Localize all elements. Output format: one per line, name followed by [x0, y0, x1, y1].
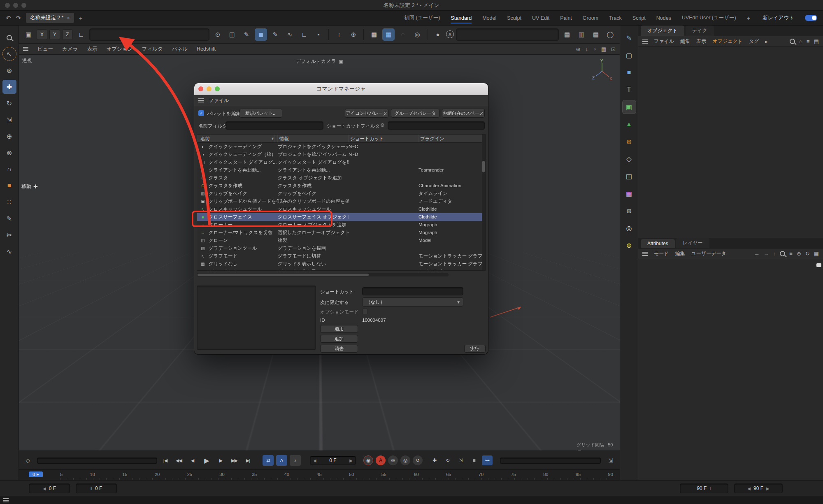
material-ring-icon[interactable]: ◯: [604, 28, 616, 41]
status-menu-icon[interactable]: [3, 500, 9, 501]
viewport-menu-item[interactable]: フィルタ: [142, 46, 163, 53]
spline-arc-icon[interactable]: ∿: [284, 28, 296, 41]
command-row[interactable]: ◫ クローン 複製 Model: [197, 237, 485, 244]
environment-icon[interactable]: ▲: [623, 118, 636, 131]
deformer-icon[interactable]: ▦: [623, 187, 636, 200]
axis-button[interactable]: X: [37, 29, 47, 40]
cube-tool-icon[interactable]: ◼: [255, 28, 267, 41]
attributes-tab[interactable]: レイヤー: [676, 238, 709, 248]
object-manager-tab[interactable]: テイク: [686, 26, 714, 36]
sound-button[interactable]: ♪: [290, 455, 301, 466]
autokey-range-button[interactable]: A: [276, 455, 287, 466]
text-icon[interactable]: T: [623, 83, 636, 96]
layout-tab[interactable]: Sculpt: [507, 13, 521, 23]
command-row[interactable]: ◐ クイックシェーディング プロジェクトをクイックシェーデ N~C: [197, 143, 485, 151]
new-palette-button[interactable]: 新規パレット...: [239, 109, 282, 118]
prev-frame-button[interactable]: ◀: [187, 455, 198, 466]
max-frame-field[interactable]: ◀90 F▶: [734, 483, 783, 493]
spline-icon[interactable]: ∿: [2, 244, 16, 258]
key-scale-button[interactable]: ⇲: [456, 455, 466, 465]
corner-tool-icon[interactable]: ∟: [298, 28, 310, 41]
spline-pen-icon[interactable]: ✎: [269, 28, 281, 41]
back-icon[interactable]: ←: [754, 251, 760, 257]
command-row[interactable]: ▢ クイックスタート ダイアログ... クイックスタート ダイアログを開: [197, 158, 485, 166]
command-row[interactable]: ∷ クローナー/マトリクスを切替 選択したクローナーオブジェクト Mograph: [197, 229, 485, 237]
filter-icon[interactable]: ≡: [789, 251, 793, 257]
attributes-tab[interactable]: Attributes: [641, 239, 675, 248]
icon-separator-button[interactable]: アイコンセパレータ: [345, 109, 388, 118]
cube-icon[interactable]: ■: [623, 66, 636, 79]
viewport-menu-item[interactable]: Redshift: [197, 46, 216, 52]
command-row[interactable]: ▦ グリッドなし グリッドを表示しない モーショントラッカー グラフ: [197, 260, 485, 268]
palette-drop-well[interactable]: [89, 28, 209, 41]
hand-icon[interactable]: ⊕: [576, 46, 581, 52]
current-frame-field-2[interactable]: ◀0 F: [29, 483, 70, 493]
command-row[interactable]: ⊙ クラスタ クラスタ オブジェクトを追加: [197, 174, 485, 182]
next-frame-button[interactable]: ▶: [215, 455, 226, 466]
attributes-menu-item[interactable]: モード: [654, 250, 669, 257]
range-end-field[interactable]: 90 F‖: [680, 483, 728, 493]
layout-tab[interactable]: Script: [632, 13, 646, 23]
command-row[interactable]: ∷ クローナー クローナー オブジェクトを追加 Mograph: [197, 221, 485, 229]
coordinate-system-icon[interactable]: ∟: [75, 28, 87, 41]
circle-dim-icon[interactable]: ◌: [397, 28, 409, 41]
sphere-icon[interactable]: ●: [432, 28, 444, 41]
material-a-icon[interactable]: A: [446, 30, 454, 38]
viewport-layout-icon[interactable]: ▤: [561, 28, 573, 41]
attributes-menu-item[interactable]: 編集: [675, 250, 685, 257]
command-row[interactable]: ▣ クリップボードから値ノードを作 現在のクリップボードの内容を値 ノードエディ…: [197, 197, 485, 205]
column-name[interactable]: 名前 ▼: [197, 135, 278, 142]
add-button[interactable]: 追加: [320, 335, 358, 343]
scale-icon[interactable]: ⇲: [2, 113, 16, 127]
layout-tab[interactable]: Paint: [560, 13, 572, 23]
dialog-close-button[interactable]: [198, 86, 203, 91]
spline-pen-icon[interactable]: ✎: [623, 31, 636, 44]
brush-icon[interactable]: ✎: [2, 211, 16, 225]
layout-tab[interactable]: UVEdit-User (ユーザー): [682, 12, 736, 24]
autokeying-button[interactable]: A: [376, 455, 386, 465]
timeline-secondary-bar[interactable]: [500, 458, 601, 464]
polygon-icon[interactable]: ▣: [623, 100, 636, 114]
key-selection-button[interactable]: ⊶: [482, 455, 493, 465]
pen-tool-icon[interactable]: ✎: [240, 28, 253, 41]
light-icon[interactable]: ⊚: [623, 239, 636, 252]
object-menu-item[interactable]: 表示: [696, 38, 706, 45]
layout-tab[interactable]: Nodes: [656, 13, 671, 23]
history-icon[interactable]: ◔: [593, 46, 596, 52]
generator-icon[interactable]: ⊛: [623, 135, 636, 148]
name-filter-input[interactable]: [226, 121, 323, 130]
object-menu-item[interactable]: タグ: [749, 38, 759, 45]
selection-cube-icon[interactable]: ▣: [22, 28, 35, 41]
delete-button[interactable]: 消去: [320, 345, 358, 353]
viewport-menu-item[interactable]: カメラ: [62, 46, 78, 53]
layout-tab[interactable]: Standard: [451, 13, 472, 23]
redo-icon[interactable]: ↷: [16, 14, 21, 22]
layout-tab[interactable]: 初回 (ユーザー): [404, 12, 440, 24]
download-icon[interactable]: ↓: [585, 46, 588, 52]
play-button[interactable]: ▶: [200, 455, 213, 466]
command-row[interactable]: ▨ グラデーションツール グラデーションを描画: [197, 244, 485, 252]
keying-settings-button[interactable]: ⊛: [388, 455, 398, 465]
maximize-icon[interactable]: ⊡: [611, 46, 616, 52]
gear-arrow-icon[interactable]: ⊛: [347, 28, 360, 41]
record-button[interactable]: ◉: [363, 455, 373, 465]
dialog-minimize-button[interactable]: [207, 86, 212, 91]
prev-key-button[interactable]: ◀◀: [173, 455, 184, 466]
key-parameter-button[interactable]: ≡: [469, 455, 479, 465]
layout-tab[interactable]: Groom: [583, 13, 598, 23]
goto-start-button[interactable]: |◀: [160, 455, 171, 466]
axis-button[interactable]: Y: [49, 29, 60, 40]
table-vscrollbar[interactable]: [482, 135, 485, 270]
lock-icon[interactable]: ⊝: [797, 251, 801, 257]
viewport-menu-item[interactable]: パネル: [172, 46, 188, 53]
key-position-button[interactable]: ✚: [429, 455, 440, 465]
close-tab-icon[interactable]: ×: [67, 15, 70, 21]
layout-tab[interactable]: Model: [482, 13, 496, 23]
clear-filter-icon[interactable]: ⊗: [380, 122, 385, 128]
column-plugin[interactable]: プラグイン: [418, 135, 485, 142]
option-mode-checkbox[interactable]: [362, 309, 368, 314]
dialog-file-menu[interactable]: ファイル: [209, 97, 229, 104]
select-arrow-icon[interactable]: ↖: [2, 47, 16, 61]
zoom-window-button[interactable]: [21, 3, 26, 8]
viewport-menu-item[interactable]: オプション: [106, 46, 133, 53]
